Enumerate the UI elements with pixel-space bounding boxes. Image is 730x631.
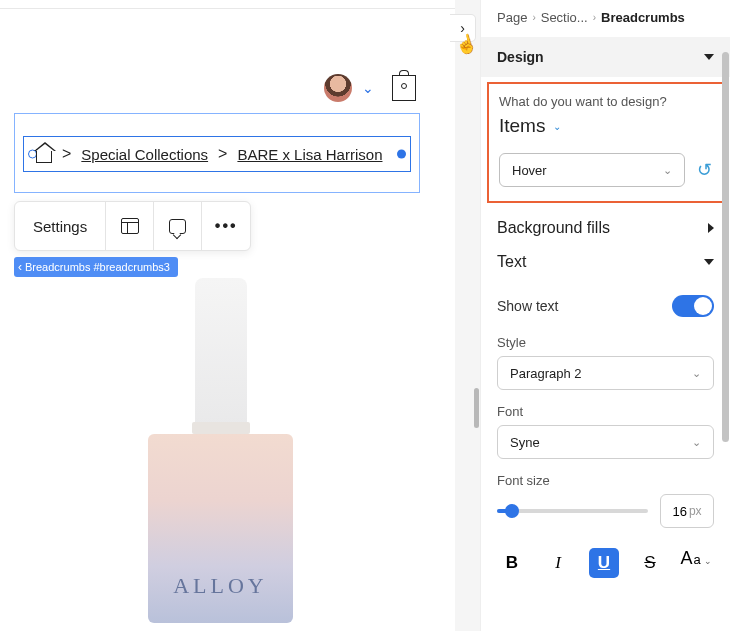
text-case-button[interactable]: Aa⌄: [681, 548, 711, 578]
comment-button[interactable]: [154, 202, 202, 250]
floating-toolbar: Settings •••: [14, 201, 251, 251]
underline-button[interactable]: U: [589, 548, 619, 578]
chevron-down-icon: ⌄: [553, 121, 561, 132]
panel-collapse-handle[interactable]: ›: [450, 14, 476, 42]
dots-icon: •••: [215, 217, 238, 235]
breadcrumb-separator: >: [218, 145, 227, 163]
strikethrough-button[interactable]: S: [635, 548, 665, 578]
font-size-slider[interactable]: [497, 509, 648, 513]
font-label: Font: [497, 404, 714, 419]
layout-button[interactable]: [106, 202, 154, 250]
panel-resize-handle[interactable]: [474, 388, 479, 428]
design-section-header[interactable]: Design: [481, 37, 730, 77]
design-panel: Page › Sectio... › Breadcrumbs Design Wh…: [480, 0, 730, 631]
crumb-current: Breadcrumbs: [601, 10, 685, 25]
chevron-down-icon: [704, 259, 714, 265]
avatar[interactable]: [324, 74, 352, 102]
design-target-select[interactable]: Items ⌄: [499, 115, 712, 137]
more-button[interactable]: •••: [202, 202, 250, 250]
background-fills-header[interactable]: Background fills: [481, 205, 730, 247]
chevron-down-icon: [704, 54, 714, 60]
breadcrumbs-element[interactable]: > Special Collections > BARE x Lisa Harr…: [23, 136, 411, 172]
reset-state-icon[interactable]: ↺: [697, 159, 712, 181]
crumb-section[interactable]: Sectio...: [541, 10, 588, 25]
format-toolbar: B I U S Aa⌄: [481, 528, 730, 578]
speech-icon: [169, 219, 186, 234]
breadcrumb-separator: >: [62, 145, 71, 163]
chevron-down-icon[interactable]: ⌄: [362, 80, 374, 96]
scrollbar[interactable]: [722, 52, 729, 442]
element-tag[interactable]: Breadcrumbs #breadcrumbs3: [14, 257, 178, 277]
font-select[interactable]: Syne ⌄: [497, 425, 714, 459]
product-brand: ALLOY: [148, 573, 293, 599]
style-select[interactable]: Paragraph 2 ⌄: [497, 356, 714, 390]
state-select[interactable]: Hover ⌄: [499, 153, 685, 187]
design-question: What do you want to design?: [499, 94, 712, 109]
design-target-group: What do you want to design? Items ⌄ Hove…: [487, 82, 724, 203]
text-section-header[interactable]: Text: [481, 247, 730, 281]
breadcrumb-link-1[interactable]: Special Collections: [81, 146, 208, 163]
chevron-right-icon: [708, 223, 714, 233]
bold-button[interactable]: B: [497, 548, 527, 578]
style-label: Style: [497, 335, 714, 350]
breadcrumb-link-2[interactable]: BARE x Lisa Harrison: [237, 146, 382, 163]
chevron-down-icon: ⌄: [692, 367, 701, 380]
crumb-page[interactable]: Page: [497, 10, 527, 25]
store-header: ⌄: [0, 65, 430, 111]
slider-thumb[interactable]: [505, 504, 519, 518]
settings-button[interactable]: Settings: [15, 202, 106, 250]
chevron-down-icon: ⌄: [692, 436, 701, 449]
show-text-label: Show text: [497, 298, 558, 314]
resize-handle-right[interactable]: [397, 150, 406, 159]
font-size-label: Font size: [497, 473, 714, 488]
font-size-input[interactable]: 16px: [660, 494, 714, 528]
chevron-down-icon: ⌄: [663, 164, 672, 177]
product-image: ALLOY: [148, 278, 293, 623]
home-icon[interactable]: [36, 149, 52, 163]
layout-icon: [121, 218, 139, 234]
cart-icon[interactable]: [392, 75, 416, 101]
panel-breadcrumb: Page › Sectio... › Breadcrumbs: [481, 0, 730, 37]
italic-button[interactable]: I: [543, 548, 573, 578]
show-text-toggle[interactable]: [672, 295, 714, 317]
